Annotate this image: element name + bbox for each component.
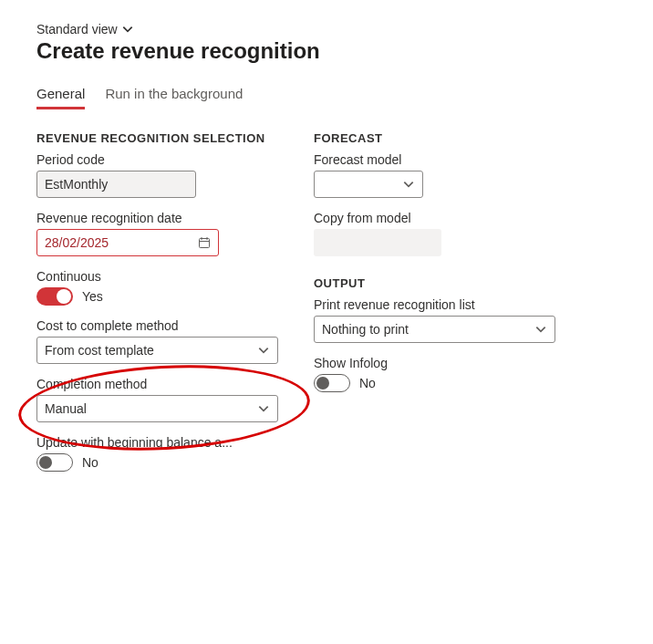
- section-output: OUTPUT: [314, 276, 569, 290]
- revenue-recognition-date-value: 28/02/2025: [45, 235, 109, 250]
- left-column: REVENUE RECOGNITION SELECTION Period cod…: [36, 128, 292, 484]
- forecast-model-select[interactable]: [314, 171, 423, 198]
- copy-from-model-input: [314, 229, 441, 256]
- update-beginning-balance-label: Update with beginning balance a...: [36, 435, 278, 450]
- chevron-down-icon: [257, 344, 270, 357]
- completion-method-select[interactable]: Manual: [36, 395, 278, 422]
- svg-rect-0: [200, 239, 210, 248]
- section-forecast: FORECAST: [314, 131, 569, 145]
- continuous-label: Continuous: [36, 269, 292, 284]
- chevron-down-icon: [257, 402, 270, 415]
- show-infolog-toggle[interactable]: [314, 374, 350, 392]
- continuous-state: Yes: [82, 289, 103, 304]
- view-switch[interactable]: Standard view: [36, 22, 617, 36]
- cost-to-complete-method-select[interactable]: From cost template: [36, 337, 278, 364]
- update-beginning-balance-toggle[interactable]: [36, 453, 73, 472]
- tab-general[interactable]: General: [36, 80, 85, 109]
- tab-run-background[interactable]: Run in the background: [105, 80, 243, 109]
- copy-from-model-label: Copy from model: [314, 211, 569, 225]
- tabs: General Run in the background: [36, 80, 617, 109]
- show-infolog-state: No: [359, 376, 376, 390]
- print-revenue-recognition-list-value: Nothing to print: [322, 322, 409, 337]
- show-infolog-label: Show Infolog: [314, 356, 569, 370]
- calendar-icon: [198, 236, 211, 249]
- period-code-input[interactable]: EstMonthly: [36, 171, 196, 198]
- chevron-down-icon: [121, 23, 134, 36]
- period-code-label: Period code: [36, 152, 292, 167]
- chevron-down-icon: [534, 323, 547, 336]
- right-column: FORECAST Forecast model Copy from model …: [314, 128, 569, 484]
- chevron-down-icon: [402, 178, 415, 191]
- period-code-value: EstMonthly: [45, 177, 108, 192]
- completion-method-label: Completion method: [36, 377, 292, 391]
- print-revenue-recognition-list-select[interactable]: Nothing to print: [314, 316, 555, 343]
- update-beginning-balance-state: No: [82, 455, 98, 470]
- forecast-model-label: Forecast model: [314, 152, 569, 167]
- cost-to-complete-method-label: Cost to complete method: [36, 318, 292, 333]
- completion-method-value: Manual: [45, 401, 87, 416]
- page-title: Create revenue recognition: [36, 38, 617, 64]
- view-switch-label: Standard view: [36, 22, 118, 36]
- print-revenue-recognition-list-label: Print revenue recognition list: [314, 297, 569, 312]
- continuous-toggle[interactable]: [36, 287, 73, 306]
- revenue-recognition-date-input[interactable]: 28/02/2025: [36, 229, 219, 256]
- cost-to-complete-method-value: From cost template: [45, 343, 154, 358]
- revenue-recognition-date-label: Revenue recognition date: [36, 211, 292, 225]
- section-revenue-recognition-selection: REVENUE RECOGNITION SELECTION: [36, 131, 292, 145]
